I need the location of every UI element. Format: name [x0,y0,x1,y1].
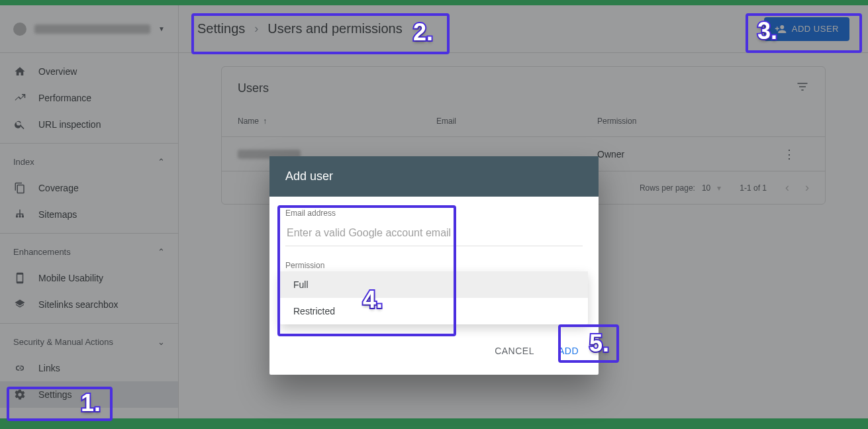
add-user-dialog: Add user Email address Permission Full R… [269,156,599,375]
dialog-title: Add user [269,156,599,197]
permission-option-full[interactable]: Full [280,271,588,298]
email-input[interactable] [285,220,583,246]
permission-dropdown[interactable]: Full Restricted [280,271,588,324]
permission-field-label: Permission [285,261,583,270]
permission-option-restricted[interactable]: Restricted [280,298,588,324]
add-button[interactable]: ADD [554,340,583,361]
cancel-button[interactable]: CANCEL [491,340,538,361]
email-field-label: Email address [285,209,583,218]
